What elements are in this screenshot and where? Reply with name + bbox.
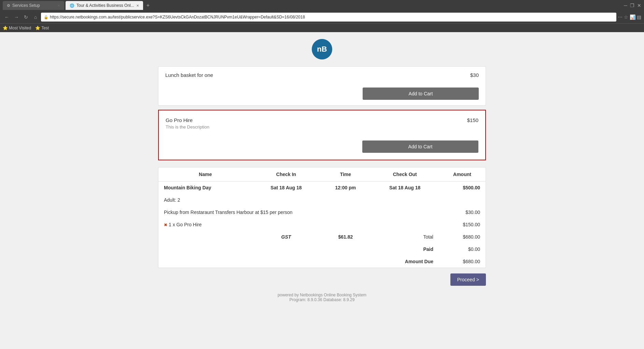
logo-container: nB (312, 39, 332, 59)
gst-value: $61.82 (320, 231, 371, 243)
lunch-item-container: Lunch basket for one $30 Add to Cart (158, 66, 486, 106)
tab-favicon2: 🌐 (70, 3, 74, 8)
lunch-item-header: Lunch basket for one $30 (165, 72, 479, 82)
close-button[interactable]: ✕ (637, 3, 641, 8)
go-pro-price: $150 (467, 117, 478, 123)
col-name: Name (158, 167, 252, 182)
total-value: $680.00 (439, 231, 486, 243)
col-checkout: Check Out (371, 167, 439, 182)
lunch-item-price: $30 (470, 72, 479, 78)
footer-line2: Program: 8.9.0.36 Database: 8.9.29 (158, 297, 486, 302)
address-text: https://secure.netbookings.com.au/test/p… (50, 15, 305, 19)
browser-titlebar: ⚙ Services Setup ✕ 🌐 Tour & Activities B… (0, 0, 644, 11)
bookmark-test[interactable]: ⭐ Test (35, 26, 49, 30)
pickup-amount: $30.00 (439, 206, 486, 218)
tab-close-services[interactable]: ✕ (57, 4, 60, 8)
logo: nB (312, 39, 332, 59)
adult-label: Adult: 2 (158, 194, 486, 206)
tab-close-tour[interactable]: ✕ (136, 4, 139, 8)
browser-toolbar: ← → ↻ ⌂ 🔒 https://secure.netbookings.com… (0, 11, 644, 23)
gopro-amount: $150.00 (439, 218, 486, 231)
main-time: 12:00 pm (320, 182, 371, 194)
refresh-button[interactable]: ↻ (22, 13, 30, 21)
forward-button[interactable]: → (12, 13, 20, 21)
home-button[interactable]: ⌂ (31, 13, 40, 21)
go-pro-description: This is the Description (166, 124, 209, 130)
main-container: Lunch basket for one $30 Add to Cart Go … (158, 66, 486, 302)
table-row-gopro: ✖1 x Go Pro Hire $150.00 (158, 218, 486, 231)
back-button[interactable]: ← (3, 13, 11, 21)
browser-chrome: ⚙ Services Setup ✕ 🌐 Tour & Activities B… (0, 0, 644, 32)
main-amount: $500.00 (439, 182, 486, 194)
bookmarks-bar: ⭐ Most Visited ⭐ Test (0, 23, 644, 32)
col-checkin: Check In (252, 167, 320, 182)
go-pro-info: Go Pro Hire This is the Description (166, 117, 209, 130)
table-row-amount-due: Amount Due $680.00 (158, 255, 486, 268)
table-row-adult: Adult: 2 (158, 194, 486, 206)
remove-icon[interactable]: ✖ (164, 223, 167, 227)
paid-value: $0.00 (439, 243, 486, 255)
table-row-main: Mountain Biking Day Sat 18 Aug 18 12:00 … (158, 182, 486, 194)
col-time: Time (320, 167, 371, 182)
tab-tour-activities[interactable]: 🌐 Tour & Activities Business Onl... ✕ (66, 1, 143, 10)
paid-label: Paid (371, 243, 439, 255)
gopro-label: ✖1 x Go Pro Hire (158, 218, 439, 231)
toolbar-right: ⋯ ☆ 📊 ▤ (618, 14, 641, 20)
go-pro-card: Go Pro Hire This is the Description $150… (158, 110, 486, 160)
amount-due-value: $680.00 (439, 255, 486, 268)
proceed-row: Proceed > (158, 273, 486, 286)
bookmark-most-visited[interactable]: ⭐ Most Visited (3, 26, 31, 30)
table-row-gst: GST $61.82 Total $680.00 (158, 231, 486, 243)
proceed-button[interactable]: Proceed > (450, 273, 486, 286)
main-checkout: Sat 18 Aug 18 (371, 182, 439, 194)
total-label: Total (371, 231, 439, 243)
bookmark-icon2: ⭐ (35, 26, 40, 30)
lunch-add-to-cart-button[interactable]: Add to Cart (363, 88, 479, 100)
footer: powered by Netbookings Online Booking Sy… (158, 293, 486, 302)
table-header-row: Name Check In Time Check Out Amount (158, 167, 486, 182)
main-checkin: Sat 18 Aug 18 (252, 182, 320, 194)
gst-label: GST (252, 231, 320, 243)
tab-label: Services Setup (12, 3, 40, 8)
table-row-pickup: Pickup from Restaraunt Transfers Harbour… (158, 206, 486, 218)
go-pro-name: Go Pro Hire (166, 117, 209, 123)
bookmark-icon: ⭐ (3, 26, 8, 30)
tab-label2: Tour & Activities Business Onl... (76, 3, 134, 8)
restore-button[interactable]: ❐ (630, 3, 634, 8)
table-row-paid: Paid $0.00 (158, 243, 486, 255)
menu-button[interactable]: ⋯ (618, 14, 622, 20)
tab-services-setup[interactable]: ⚙ Services Setup ✕ (3, 1, 64, 10)
new-tab-button[interactable]: + (144, 2, 152, 9)
page-content: nB Lunch basket for one $30 Add to Cart … (0, 32, 644, 309)
minimize-button[interactable]: ─ (624, 3, 627, 8)
bookmark-star[interactable]: ☆ (624, 14, 628, 20)
go-pro-add-to-cart-button[interactable]: Add to Cart (362, 140, 478, 153)
sidebar-toggle[interactable]: ▤ (637, 14, 641, 20)
amount-due-label: Amount Due (371, 255, 439, 268)
col-amount: Amount (439, 167, 486, 182)
main-name: Mountain Biking Day (158, 182, 252, 194)
footer-line1: powered by Netbookings Online Booking Sy… (158, 293, 486, 297)
go-pro-header: Go Pro Hire This is the Description $150 (166, 117, 478, 130)
address-bar[interactable]: 🔒 https://secure.netbookings.com.au/test… (41, 13, 616, 22)
summary-table: Name Check In Time Check Out Amount Moun… (158, 167, 486, 268)
pickup-label: Pickup from Restaraunt Transfers Harbour… (158, 206, 439, 218)
lock-icon: 🔒 (44, 15, 48, 19)
tab-favicon: ⚙ (7, 3, 10, 8)
reader-mode[interactable]: 📊 (630, 14, 635, 20)
lunch-item-name: Lunch basket for one (165, 72, 213, 78)
